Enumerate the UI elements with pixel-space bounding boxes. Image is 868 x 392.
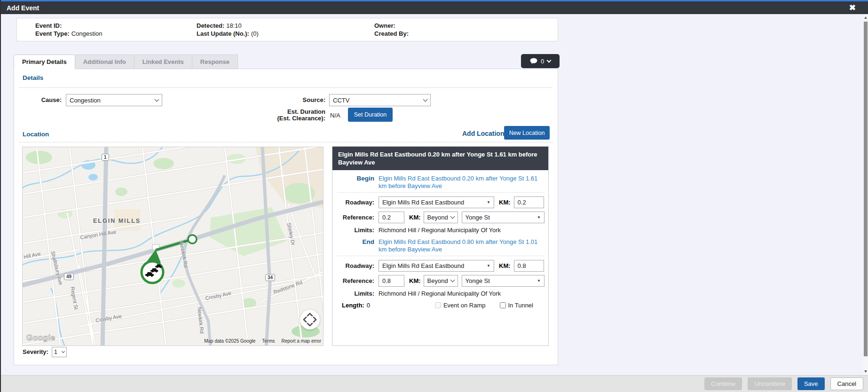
tab-bar: Primary Details Additional Info Linked E… [14,55,238,69]
uncombine-button[interactable]: Uncombine [748,377,792,390]
map-canvas [23,147,324,346]
begin-reference-label: Reference: [337,214,379,221]
end-reference-label: Reference: [337,277,379,284]
length-value: 0 [367,302,370,309]
begin-limits-value: Richmond Hill / Regional Municipality Of… [379,227,501,234]
dialog-left-border [0,0,1,392]
cause-label: Cause: [23,96,62,103]
in-tunnel-checkbox[interactable] [500,302,506,308]
comments-dropdown-button[interactable]: 0 [521,54,560,68]
end-reference-input[interactable] [379,275,404,287]
comment-count: 0 [541,58,544,65]
route-end-point[interactable] [188,235,197,243]
est-duration-label: Est. Duration (Est. Clearance): [261,109,325,122]
scroll-down-arrow-icon[interactable] [864,370,867,373]
begin-reference-input[interactable] [379,212,404,223]
location-heading: Location [23,131,49,138]
event-id-field: Event ID: [35,22,197,29]
map-pan-control[interactable] [300,310,320,329]
end-location-link[interactable]: Elgin Mills Rd East Eastbound 0.80 km af… [379,238,544,253]
set-duration-button[interactable]: Set Duration [348,108,393,122]
dropdown-triangle-icon: ▼ [487,264,490,268]
chevron-down-icon [547,58,552,63]
tab-response[interactable]: Response [192,55,238,69]
begin-km-input[interactable] [514,196,544,208]
est-duration-value: N/A [330,112,340,119]
severity-select[interactable]: 1 [52,347,67,357]
scroll-up-arrow-icon[interactable] [864,16,867,19]
end-position-select[interactable]: Beyond [424,275,458,287]
map-data-credit: Map data ©2025 Google [204,338,255,344]
cause-select[interactable]: Congestion [66,94,162,106]
title-bar: Add Event ✖ [0,0,868,14]
begin-location-link[interactable]: Elgin Mills Rd East Eastbound 0.20 km af… [379,175,544,190]
dropdown-triangle-icon: ▼ [537,215,541,220]
event-on-ramp-label: Event on Ramp [443,302,486,309]
select-chevron-icon [423,97,428,102]
location-title: Elgin Mills Rd East Eastbound 0.20 km af… [332,147,548,170]
pan-arrows-icon [300,310,320,329]
begin-roadway-select[interactable]: Elgin Mills Rd East Eastbound▼ [379,196,494,208]
tab-additional-info[interactable]: Additional Info [75,55,134,69]
severity-label: Severity: [23,348,48,355]
in-tunnel-label: In Tunnel [508,302,534,309]
window-title: Add Event [7,4,39,12]
end-roadway-label: Roadway: [337,262,379,269]
new-location-button[interactable]: New Location [504,126,550,140]
comment-bubble-icon [530,58,537,64]
select-chevron-icon [450,214,455,219]
owner-field: Owner: [374,22,558,29]
map[interactable]: ELGIN MILLS Canyon Hill Ave Shaftsbury A… [22,147,324,346]
report-map-error-link[interactable]: Report a map error [282,338,321,344]
add-event-dialog: Add Event ✖ Event ID: Detected:18:10 Own… [0,0,868,392]
begin-ref-km-label: KM: [409,214,421,221]
add-location-label[interactable]: Add Location [462,130,504,137]
begin-position-select[interactable]: Beyond [424,212,458,223]
source-label: Source: [282,96,325,103]
location-separator [19,142,552,142]
event-on-ramp-checkbox[interactable] [435,302,441,308]
footer-bar: Combine Uncombine Save Cancel [0,375,868,392]
length-label: Length: [342,302,364,309]
end-ref-road-select[interactable]: Yonge St▼ [462,275,544,287]
select-chevron-icon [450,278,455,282]
terms-link[interactable]: Terms [262,338,275,344]
event-summary: Event ID: Detected:18:10 Owner: Event Ty… [16,18,558,41]
details-separator [19,87,552,88]
begin-label: Begin [337,175,379,182]
begin-limits-label: Limits: [337,227,379,234]
select-chevron-icon [155,97,159,102]
begin-ref-road-select[interactable]: Yonge St▼ [462,212,544,223]
last-update-field: Last Update (No.):(0) [197,30,374,37]
close-icon[interactable]: ✖ [849,4,861,12]
tab-linked-events[interactable]: Linked Events [134,55,192,69]
end-limits-value: Richmond Hill / Regional Municipality Of… [379,290,501,297]
detected-field: Detected:18:10 [197,22,374,29]
end-label: End [337,238,379,245]
source-select[interactable]: CCTV [329,94,431,106]
combine-button[interactable]: Combine [704,377,742,390]
end-roadway-select[interactable]: Elgin Mills Rd East Eastbound▼ [379,260,494,272]
created-by-field: Created By: [374,30,558,37]
end-km-label: KM: [499,262,511,269]
details-heading: Details [23,74,43,81]
map-attribution: Map data ©2025 Google Terms Report a map… [204,338,321,344]
end-ref-km-label: KM: [409,277,421,284]
dropdown-triangle-icon: ▼ [487,200,490,204]
tab-primary-details[interactable]: Primary Details [14,55,75,69]
scrollbar-thumb[interactable] [864,22,868,356]
location-detail-panel: Elgin Mills Rd East Eastbound 0.20 km af… [332,146,549,346]
dropdown-triangle-icon: ▼ [537,279,541,283]
event-on-ramp-checkbox-row: Event on Ramp [435,302,486,309]
cancel-button[interactable]: Cancel [830,377,863,390]
save-button[interactable]: Save [797,377,825,390]
in-tunnel-checkbox-row: In Tunnel [500,302,534,309]
google-logo: Google [26,333,55,343]
vertical-scrollbar[interactable] [863,14,868,375]
event-type-field: Event Type:Congestion [35,30,197,37]
select-chevron-icon [62,349,65,353]
begin-km-label: KM: [499,199,511,206]
dialog-top-border [0,0,868,1]
begin-roadway-label: Roadway: [337,199,379,206]
end-km-input[interactable] [514,260,544,272]
